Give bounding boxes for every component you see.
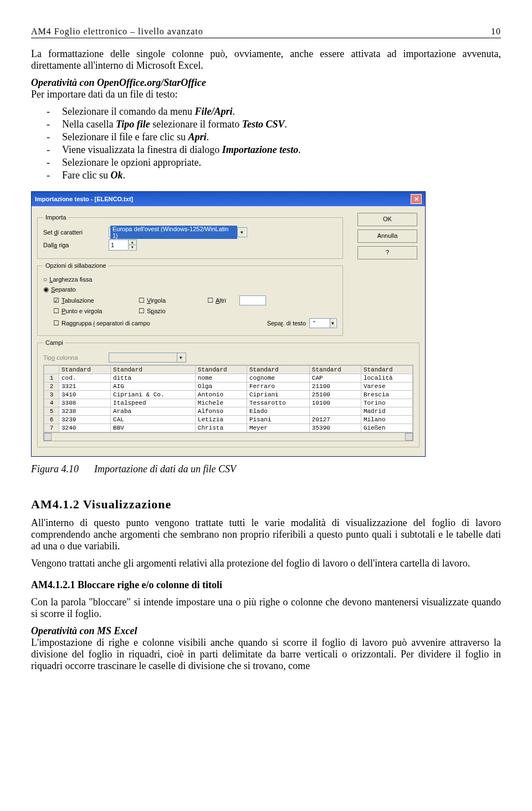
from-row-stepper[interactable]: ▴▾: [109, 239, 137, 251]
chevron-down-icon: ▾: [177, 353, 185, 362]
encoding-value: Europa dell'ovest (Windows-1252/WinLatin…: [110, 226, 237, 239]
section-am4121-title: AM4.1.2.1 Bloccare righe e/o colonne di …: [31, 579, 501, 591]
help-button[interactable]: ?: [357, 246, 417, 259]
header-page-number: 10: [491, 27, 501, 37]
dialog-title: Importazione testo - [ELENCO.txt]: [35, 196, 133, 202]
preview-header-row: Standard Standard Standard Standard Stan…: [44, 366, 413, 374]
msexcel-body: L'impostazione di righe e colonne visibi…: [31, 637, 501, 671]
step-4: Viene visualizzata la finestra di dialog…: [62, 144, 301, 156]
checkbox-comma[interactable]: Virgola: [139, 297, 194, 304]
legend-sillabazione: Opzioni di sillabazione: [43, 262, 108, 269]
text-sep-value: ": [311, 320, 330, 327]
fieldset-campi: Campi Tipo colonna ▾ Standard Standard S…: [37, 339, 420, 447]
openoffice-heading: Operatività con OpenOffice.org/StarOffic…: [31, 77, 501, 100]
table-row: 53238ArabaAlfonsoEladoMadrid: [44, 407, 413, 416]
checkbox-semicolon[interactable]: Punto e virgola: [53, 307, 125, 315]
section-am412-title: AM4.1.2 Visualizzazione: [31, 497, 501, 512]
dialog-buttons: OK Annulla ?: [357, 213, 417, 263]
step-3: Selezionare il file e fare clic su Apri.: [62, 131, 209, 143]
close-icon[interactable]: ✕: [411, 194, 422, 204]
step-1: Selezionare il comando da menu File/Apri…: [62, 106, 235, 118]
chevron-down-icon: ▾: [237, 228, 245, 237]
openoffice-heading-text: Operatività con OpenOffice.org/StarOffic…: [31, 77, 206, 88]
figure-text: Importazione di dati da un file CSV: [94, 463, 236, 475]
label-dalla-riga: Dalla riga: [43, 242, 104, 248]
label-text-sep: Separ. di testo: [267, 320, 306, 327]
openoffice-subline: Per importare dati da un file di testo:: [31, 89, 177, 100]
step-2: Nella casella Tipo file selezionare il f…: [62, 119, 287, 130]
legend-importa: Importa: [43, 214, 68, 221]
dialog-titlebar[interactable]: Importazione testo - [ELENCO.txt] ✕: [32, 192, 425, 206]
preview-table: Standard Standard Standard Standard Stan…: [43, 365, 413, 441]
checkbox-merge-delim[interactable]: Raggruppa i separatori di campo: [53, 319, 150, 327]
steps-list: -Selezionare il comando da menu File/Apr…: [47, 106, 501, 181]
figure-caption: Figura 4.10 Importazione di dati da un f…: [31, 463, 501, 475]
chevron-down-icon: ▾: [330, 319, 335, 328]
encoding-combo[interactable]: Europa dell'ovest (Windows-1252/WinLatin…: [109, 227, 247, 237]
label-set-caratteri: Set di caratteri: [43, 229, 104, 236]
header-left: AM4 Foglio elettronico – livello avanzat…: [31, 27, 203, 37]
table-row: 33410Cipriani & Co.AntonioCipriani25100B…: [44, 391, 413, 399]
fieldset-importa: Importa Set di caratteri Europa dell'ove…: [37, 214, 343, 259]
label-tipo-colonna: Tipo colonna: [43, 354, 104, 361]
radio-separated[interactable]: Separato: [43, 285, 76, 293]
checkbox-other[interactable]: Altri: [207, 297, 226, 304]
table-row: 43308ItalspeedMicheleTessarotto10100Tori…: [44, 399, 413, 407]
fieldset-sillabazione: Opzioni di sillabazione Larghezza fissa …: [37, 262, 343, 336]
col-type-combo: ▾: [109, 353, 186, 363]
horizontal-scrollbar[interactable]: [44, 432, 413, 441]
page-header: AM4 Foglio elettronico – livello avanzat…: [31, 27, 501, 38]
table-row: 23321AIGOlgaFerraro21100Varese: [44, 382, 413, 391]
checkbox-tab[interactable]: Tabulazione: [53, 297, 125, 304]
cancel-button[interactable]: Annulla: [357, 229, 417, 243]
step-5: Selezionare le opzioni appropriate.: [62, 157, 201, 169]
table-row: 73240BBVChristaMeyer35390Gießen: [44, 424, 413, 432]
intro-paragraph: La formattazione delle singole colonne p…: [31, 48, 501, 72]
section-am412-body1: All'interno di questo punto vengono trat…: [31, 517, 501, 552]
section-am412-body2: Vengono trattati anche gli argomenti rel…: [31, 558, 501, 569]
checkbox-space[interactable]: Spazio: [139, 307, 166, 315]
msexcel-block: Operatività con MS Excel L'impostazione …: [31, 625, 501, 672]
spin-up-icon[interactable]: ▴: [128, 240, 136, 244]
legend-campi: Campi: [43, 339, 65, 346]
spin-down-icon[interactable]: ▾: [128, 244, 136, 249]
import-text-dialog: Importazione testo - [ELENCO.txt] ✕ OK A…: [31, 191, 426, 457]
radio-fixed-width[interactable]: Larghezza fissa: [43, 276, 92, 283]
from-row-input[interactable]: [109, 240, 128, 250]
section-am4121-body: Con la parola "bloccare" si intende impo…: [31, 596, 501, 620]
msexcel-heading: Operatività con MS Excel: [31, 625, 137, 636]
ok-button[interactable]: OK: [357, 213, 417, 226]
text-sep-combo[interactable]: " ▾: [309, 318, 337, 328]
figure-number: Figura 4.10: [31, 463, 79, 475]
table-row: 1cod.dittanomecognomeCAPlocalità: [44, 374, 413, 382]
table-row: 63239CALLetiziaPisani20127Milano: [44, 416, 413, 424]
step-6: Fare clic su Ok.: [62, 170, 125, 181]
other-input[interactable]: [239, 295, 266, 305]
